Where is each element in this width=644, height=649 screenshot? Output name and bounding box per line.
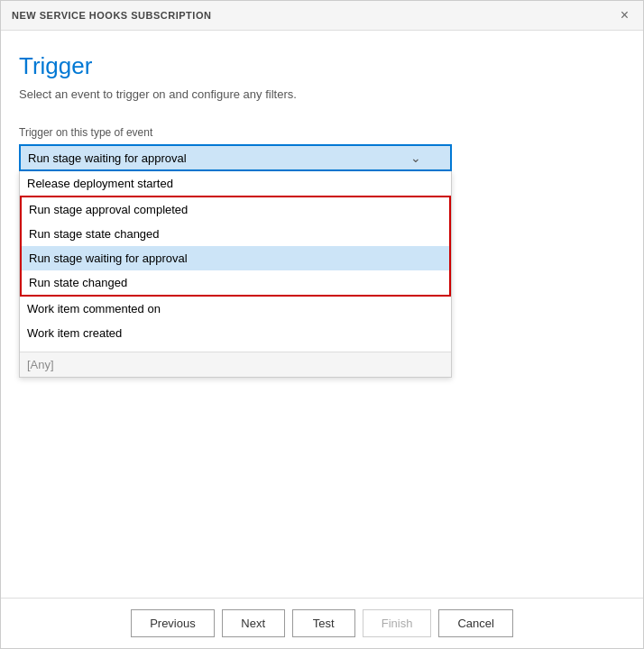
- test-button[interactable]: Test: [292, 609, 355, 637]
- previous-button[interactable]: Previous: [131, 609, 215, 637]
- dropdown-item-work-item-deleted[interactable]: Work item deleted: [20, 345, 451, 352]
- dialog-body: Trigger Select an event to trigger on an…: [1, 31, 643, 598]
- trigger-any-label: [Any]: [20, 352, 451, 377]
- red-outline-group: Run stage approval completed Run stage s…: [20, 196, 451, 297]
- dropdown-item-run-stage-approval-completed[interactable]: Run stage approval completed: [22, 197, 449, 222]
- dropdown-item-run-stage-state-changed[interactable]: Run stage state changed: [22, 222, 449, 246]
- dialog-title: NEW SERVICE HOOKS SUBSCRIPTION: [12, 10, 211, 21]
- trigger-dropdown-arrow-icon: ⌄: [410, 151, 421, 165]
- trigger-dropdown-list: Release deployment started Run stage app…: [19, 171, 452, 378]
- trigger-selected-value: Run stage waiting for approval: [28, 151, 187, 165]
- finish-button[interactable]: Finish: [363, 609, 432, 637]
- trigger-dropdown-scrollable[interactable]: Release deployment started Run stage app…: [20, 171, 451, 352]
- close-button[interactable]: ×: [617, 8, 632, 23]
- dialog-footer: Previous Next Test Finish Cancel: [1, 598, 643, 648]
- trigger-field-label: Trigger on this type of event: [19, 126, 625, 139]
- page-title: Trigger: [19, 52, 625, 80]
- dropdown-item-run-stage-waiting-for-approval[interactable]: Run stage waiting for approval: [22, 246, 449, 270]
- dropdown-item-run-state-changed[interactable]: Run state changed: [22, 270, 449, 295]
- trigger-dropdown-selected[interactable]: Run stage waiting for approval ⌄: [19, 144, 452, 171]
- trigger-dropdown-container: Run stage waiting for approval ⌄ Release…: [19, 144, 452, 171]
- dialog: NEW SERVICE HOOKS SUBSCRIPTION × Trigger…: [0, 0, 644, 649]
- dropdown-item-release-deployment-started[interactable]: Release deployment started: [20, 171, 451, 196]
- cancel-button[interactable]: Cancel: [438, 609, 512, 637]
- next-button[interactable]: Next: [222, 609, 285, 637]
- dropdown-item-work-item-created[interactable]: Work item created: [20, 321, 451, 345]
- dialog-header: NEW SERVICE HOOKS SUBSCRIPTION ×: [1, 1, 643, 31]
- dropdown-item-work-item-commented-on[interactable]: Work item commented on: [20, 297, 451, 321]
- page-subtitle: Select an event to trigger on and config…: [19, 87, 625, 101]
